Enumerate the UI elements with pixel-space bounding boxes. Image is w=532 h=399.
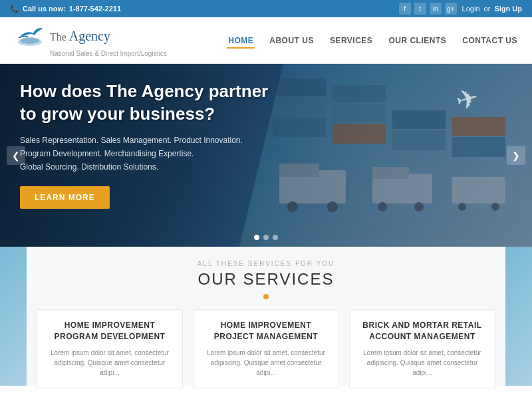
- service-card-3-body: Lorem ipsum dolor sit amet, consectetur …: [358, 348, 487, 378]
- service-card-3: BRICK AND MORTAR RETAIL ACCOUNT MANAGEME…: [349, 309, 495, 388]
- top-bar-right: f t in g+ Login or Sign Up: [399, 3, 522, 15]
- service-card-3-title: BRICK AND MORTAR RETAIL ACCOUNT MANAGEME…: [358, 320, 487, 342]
- social-icons: f t in g+: [399, 3, 457, 15]
- hero-subtitle-3: Global Sourcing. Distribution Solutions.: [20, 160, 268, 174]
- slide-dot-3[interactable]: [273, 235, 278, 240]
- nav-services[interactable]: SERVICES: [329, 33, 374, 49]
- logo-icon: [13, 23, 47, 49]
- hero-heading: How does The Agency partner to grow your…: [20, 80, 268, 126]
- hero-content: How does The Agency partner to grow your…: [20, 80, 268, 209]
- logo-text: The Agency: [50, 29, 110, 44]
- service-card-2-body: Lorem ipsum dolor sit amet, consectetur …: [201, 348, 331, 378]
- next-arrow-icon: ❯: [512, 150, 520, 161]
- logo: The Agency National Sales & Direct Impor…: [13, 23, 167, 57]
- hero-subtitle: Sales Representation. Sales Management. …: [20, 134, 268, 174]
- logo-tagline: National Sales & Direct Import/Logistics: [50, 50, 167, 57]
- facebook-icon[interactable]: f: [399, 3, 411, 15]
- auth-links: Login or Sign Up: [462, 5, 522, 13]
- main-nav: HOME ABOUT US SERVICES OUR CLIENTS CONTA…: [227, 33, 519, 49]
- nav-clients[interactable]: OUR CLIENTS: [387, 33, 448, 49]
- googleplus-icon[interactable]: g+: [445, 3, 457, 15]
- services-divider: [263, 294, 269, 299]
- twitter-icon[interactable]: t: [414, 3, 426, 15]
- phone-info: 📞 Call us now: 1-877-542-2211: [10, 5, 121, 13]
- next-slide-button[interactable]: ❯: [507, 146, 525, 165]
- header: The Agency National Sales & Direct Impor…: [0, 17, 532, 64]
- service-card-1: HOME IMPROVEMENT PROGRAM DEVELOPMENT Lor…: [37, 309, 183, 388]
- service-card-2-title: HOME IMPROVEMENT PROJECT MANAGEMENT: [201, 320, 331, 342]
- slide-dot-1[interactable]: [254, 235, 259, 240]
- nav-contact[interactable]: CONTACT US: [461, 33, 519, 49]
- phone-number: 1-877-542-2211: [69, 5, 121, 13]
- learn-more-button[interactable]: LEARN MORE: [20, 186, 110, 209]
- auth-separator: or: [484, 5, 491, 13]
- services-wrapper: ALL THESE SERVICES FOR YOU OUR SERVICES …: [0, 247, 532, 386]
- hero-heading-line2: to grow your business?: [20, 104, 215, 124]
- hero-subtitle-1: Sales Representation. Sales Management. …: [20, 134, 268, 147]
- logo-main: The Agency: [13, 23, 167, 49]
- hero-heading-line1: How does The Agency partner: [20, 81, 268, 101]
- slide-dot-2[interactable]: [263, 235, 269, 240]
- prev-slide-button[interactable]: ❮: [7, 146, 25, 165]
- phone-label: Call us now:: [23, 5, 66, 13]
- service-cards: HOME IMPROVEMENT PROGRAM DEVELOPMENT Lor…: [13, 309, 519, 388]
- service-card-1-body: Lorem ipsum dolor sit amet, consectetur …: [45, 348, 174, 378]
- slider-dots: [254, 235, 278, 240]
- nav-about[interactable]: ABOUT US: [268, 33, 315, 49]
- login-link[interactable]: Login: [462, 5, 480, 13]
- prev-arrow-icon: ❮: [12, 150, 20, 161]
- hero-section: ✈ ❮ ❯ How does The Agency partner to gro…: [0, 64, 532, 247]
- svg-point-1: [21, 37, 39, 44]
- services-subtitle: ALL THESE SERVICES FOR YOU: [13, 260, 519, 267]
- top-bar: 📞 Call us now: 1-877-542-2211 f t in g+ …: [0, 0, 532, 17]
- services-section: ALL THESE SERVICES FOR YOU OUR SERVICES …: [0, 247, 532, 386]
- nav-home[interactable]: HOME: [227, 33, 255, 49]
- phone-icon: 📞: [10, 5, 19, 13]
- signup-link[interactable]: Sign Up: [494, 5, 522, 13]
- linkedin-icon[interactable]: in: [430, 3, 442, 15]
- services-title: OUR SERVICES: [13, 270, 519, 289]
- service-card-1-title: HOME IMPROVEMENT PROGRAM DEVELOPMENT: [45, 320, 174, 342]
- hero-subtitle-2: Program Development. Merchandising Exper…: [20, 147, 268, 160]
- service-card-2: HOME IMPROVEMENT PROJECT MANAGEMENT Lore…: [193, 309, 339, 388]
